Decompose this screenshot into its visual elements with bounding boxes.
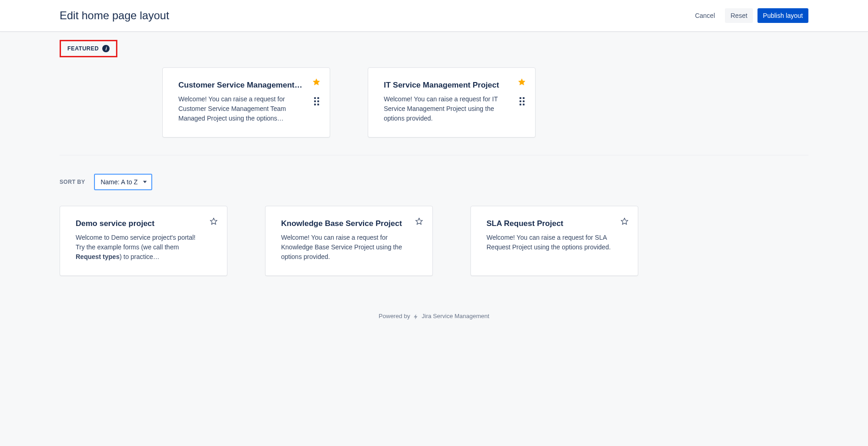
drag-handle-icon[interactable]: [314, 97, 319, 105]
footer-powered-by: Powered by: [379, 313, 410, 319]
reset-button[interactable]: Reset: [725, 8, 753, 23]
star-icon[interactable]: [620, 217, 629, 226]
featured-cards-row: Customer Service Management… Welcome! Yo…: [60, 67, 808, 138]
card-description: Welcome to Demo service project's portal…: [76, 233, 205, 262]
star-icon[interactable]: [312, 78, 321, 86]
sort-row: SORT BY Name: A to Z: [60, 174, 808, 190]
card-title: Demo service project: [76, 219, 205, 228]
card-description: Welcome! You can raise a request for SLA…: [487, 233, 616, 252]
cancel-button[interactable]: Cancel: [690, 8, 721, 23]
star-icon[interactable]: [518, 78, 526, 86]
footer-product: Jira Service Management: [422, 313, 489, 319]
project-card-knowledge-base[interactable]: Knowledge Base Service Project Welcome! …: [265, 206, 433, 276]
card-title: IT Service Management Project: [384, 81, 513, 90]
featured-card-it-service[interactable]: IT Service Management Project Welcome! Y…: [368, 67, 536, 138]
section-divider: [60, 155, 808, 155]
drag-handle-icon[interactable]: [520, 97, 525, 105]
info-icon[interactable]: i: [102, 45, 110, 52]
card-title: Customer Service Management…: [178, 81, 308, 90]
footer: Powered by Jira Service Management: [60, 276, 808, 334]
card-title: Knowledge Base Service Project: [281, 219, 410, 228]
star-icon[interactable]: [210, 217, 218, 226]
publish-layout-button[interactable]: Publish layout: [757, 8, 808, 23]
desc-text: Welcome to Demo service project's portal…: [76, 234, 196, 251]
sort-by-label: SORT BY: [60, 179, 85, 185]
jira-lightning-icon: [413, 314, 419, 320]
star-icon[interactable]: [415, 217, 423, 226]
card-title: SLA Request Project: [487, 219, 616, 228]
project-card-sla-request[interactable]: SLA Request Project Welcome! You can rai…: [470, 206, 638, 276]
page-title: Edit home page layout: [60, 9, 169, 22]
project-card-demo-service[interactable]: Demo service project Welcome to Demo ser…: [60, 206, 227, 276]
featured-section-header: FEATURED i: [60, 40, 117, 57]
card-description: Welcome! You can raise a request for Kno…: [281, 233, 410, 262]
featured-label: FEATURED: [67, 45, 99, 52]
featured-card-customer-service[interactable]: Customer Service Management… Welcome! Yo…: [162, 67, 330, 138]
card-description: Welcome! You can raise a request for IT …: [384, 94, 513, 123]
topbar-actions: Cancel Reset Publish layout: [690, 8, 808, 23]
topbar: Edit home page layout Cancel Reset Publi…: [0, 0, 868, 32]
main-content: FEATURED i Customer Service Management… …: [0, 32, 868, 352]
project-grid: Demo service project Welcome to Demo ser…: [60, 206, 808, 276]
sort-select-value: Name: A to Z: [100, 178, 138, 186]
card-description: Welcome! You can raise a request for Cus…: [178, 94, 308, 123]
sort-select[interactable]: Name: A to Z: [94, 174, 152, 190]
desc-text: ) to practice…: [120, 253, 160, 260]
desc-bold: Request types: [76, 253, 120, 260]
chevron-down-icon: [143, 181, 147, 183]
